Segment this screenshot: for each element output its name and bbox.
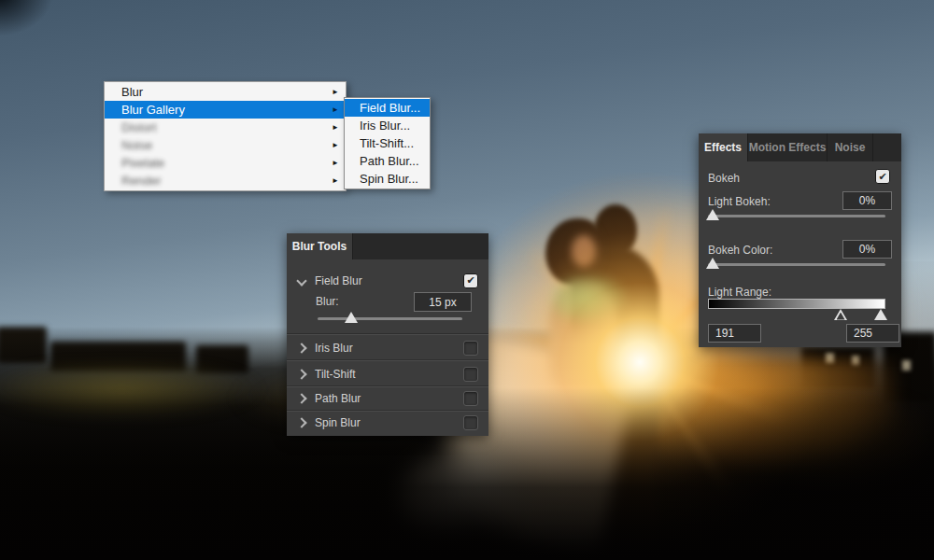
submenu-item-label: Path Blur... xyxy=(360,154,419,168)
submenu-arrow-icon: ► xyxy=(332,136,339,154)
blur-tools-panel: Blur Tools Field Blur ✔ Blur: 15 px Iris… xyxy=(287,233,488,436)
chevron-right-icon xyxy=(296,417,306,427)
section-iris-blur[interactable]: Iris Blur xyxy=(287,335,488,360)
light-range-high-thumb[interactable] xyxy=(874,309,887,320)
light-range-low-thumb[interactable] xyxy=(834,309,847,320)
tab-label: Noise xyxy=(835,141,866,154)
thumb-hollow xyxy=(837,313,845,320)
field-blur-checkbox[interactable]: ✔ xyxy=(463,273,478,288)
submenu-item-label: Iris Blur... xyxy=(360,119,410,133)
submenu-arrow-icon: ► xyxy=(332,119,339,136)
tab-noise[interactable]: Noise xyxy=(828,133,873,161)
chevron-right-icon xyxy=(296,393,306,403)
section-label: Spin Blur xyxy=(315,416,361,429)
chevron-down-icon xyxy=(296,275,306,286)
tab-blur-tools[interactable]: Blur Tools xyxy=(287,233,353,259)
submenu-arrow-icon: ► xyxy=(332,101,339,119)
section-label: Tilt-Shift xyxy=(315,368,356,381)
menu-item-label: Render xyxy=(121,174,162,188)
blur-gallery-submenu: Field Blur... Iris Blur... Tilt-Shift...… xyxy=(344,97,431,189)
photoshop-workspace: Blur ► Blur Gallery ► Distort ► Noise ► … xyxy=(0,0,934,560)
blur-tools-tabbar: Blur Tools xyxy=(287,233,488,259)
section-spin-blur[interactable]: Spin Blur xyxy=(287,410,488,435)
light-range-gradient-bar[interactable] xyxy=(708,299,885,309)
submenu-item-label: Field Blur... xyxy=(360,101,420,115)
menu-item-distort[interactable]: Distort ► xyxy=(105,119,346,136)
bokeh-label: Bokeh xyxy=(708,172,740,185)
blur-value-input[interactable]: 15 px xyxy=(414,292,472,312)
submenu-item-label: Tilt-Shift... xyxy=(360,136,414,150)
submenu-item-label: Spin Blur... xyxy=(360,172,418,186)
bokeh-color-slider-track[interactable] xyxy=(708,263,885,266)
tab-label: Effects xyxy=(704,141,742,154)
effects-panel: Effects Motion Effects Noise Bokeh ✔ Lig… xyxy=(699,133,901,347)
menu-item-blur-gallery[interactable]: Blur Gallery ► xyxy=(105,101,346,119)
effects-tabbar: Effects Motion Effects Noise xyxy=(699,133,901,161)
tab-motion-effects[interactable]: Motion Effects xyxy=(748,133,828,161)
menu-item-render[interactable]: Render ► xyxy=(105,172,346,189)
section-tilt-shift[interactable]: Tilt-Shift xyxy=(287,361,488,386)
bokeh-checkbox[interactable]: ✔ xyxy=(875,169,890,184)
menu-item-label: Blur Gallery xyxy=(121,103,185,117)
menu-item-label: Blur xyxy=(121,85,143,99)
menu-item-label: Distort xyxy=(121,120,157,134)
submenu-arrow-icon: ► xyxy=(332,154,339,172)
section-path-blur[interactable]: Path Blur xyxy=(287,385,488,411)
section-label: Field Blur xyxy=(315,274,362,287)
section-label: Iris Blur xyxy=(315,342,353,355)
chevron-right-icon xyxy=(296,369,306,379)
iris-blur-checkbox[interactable] xyxy=(463,341,478,356)
check-icon: ✔ xyxy=(466,275,474,286)
menu-item-label: Pixelate xyxy=(121,156,164,170)
submenu-item-tilt-shift[interactable]: Tilt-Shift... xyxy=(345,134,430,152)
check-icon: ✔ xyxy=(878,172,886,182)
tab-label: Motion Effects xyxy=(749,141,827,154)
path-blur-checkbox[interactable] xyxy=(463,391,478,406)
light-bokeh-slider-track[interactable] xyxy=(708,215,885,217)
tilt-shift-checkbox[interactable] xyxy=(463,367,478,382)
menu-item-pixelate[interactable]: Pixelate ► xyxy=(105,154,346,172)
light-range-label: Light Range: xyxy=(708,286,771,299)
menu-item-label: Noise xyxy=(121,138,152,152)
bokeh-color-value-input[interactable]: 0% xyxy=(842,240,892,259)
bokeh-color-label: Bokeh Color: xyxy=(708,244,772,257)
menu-item-noise[interactable]: Noise ► xyxy=(105,136,346,154)
light-range-high-input[interactable]: 255 xyxy=(846,324,899,343)
submenu-item-spin-blur[interactable]: Spin Blur... xyxy=(345,170,430,188)
tab-label: Blur Tools xyxy=(292,240,347,253)
filter-context-menu: Blur ► Blur Gallery ► Distort ► Noise ► … xyxy=(104,81,347,191)
chevron-right-icon xyxy=(296,343,306,353)
submenu-item-field-blur[interactable]: Field Blur... xyxy=(345,99,430,117)
light-range-low-input[interactable]: 191 xyxy=(708,324,761,343)
menu-item-blur[interactable]: Blur ► xyxy=(105,83,346,101)
blur-param-label: Blur: xyxy=(316,295,339,308)
submenu-item-iris-blur[interactable]: Iris Blur... xyxy=(345,117,430,134)
section-field-blur[interactable]: Field Blur ✔ xyxy=(287,268,488,293)
spin-blur-checkbox[interactable] xyxy=(463,415,478,430)
submenu-arrow-icon: ► xyxy=(332,83,339,101)
light-bokeh-value-input[interactable]: 0% xyxy=(842,191,892,210)
section-label: Path Blur xyxy=(315,392,361,405)
light-bokeh-label: Light Bokeh: xyxy=(708,195,771,208)
blur-slider-track[interactable] xyxy=(318,317,462,320)
submenu-item-path-blur[interactable]: Path Blur... xyxy=(345,152,430,170)
submenu-arrow-icon: ► xyxy=(332,172,339,189)
tab-effects[interactable]: Effects xyxy=(699,133,748,161)
